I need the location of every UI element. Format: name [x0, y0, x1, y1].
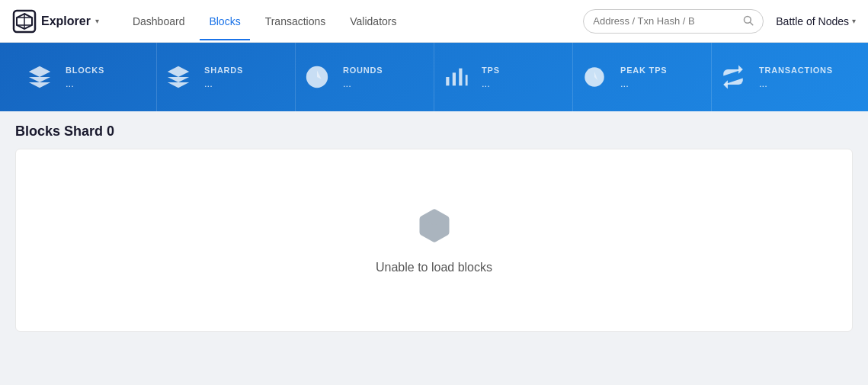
svg-rect-8	[446, 77, 449, 85]
search-bar[interactable]	[583, 9, 764, 34]
stat-rounds-content: ROUNDS ...	[343, 66, 383, 89]
stat-blocks-value: ...	[66, 78, 104, 89]
tps-icon	[440, 62, 471, 92]
stat-blocks-content: BLOCKS ...	[66, 66, 104, 89]
main-nav: Dashboard Blocks Transactions Validators	[123, 9, 583, 34]
stat-transactions-value: ...	[759, 78, 833, 89]
stat-peak-tps-value: ...	[620, 78, 667, 89]
stats-bar: BLOCKS ... SHARDS ... ROUNDS ...	[0, 43, 868, 111]
nav-validators[interactable]: Validators	[341, 9, 405, 34]
header: Explorer ▾ Dashboard Blocks Transactions…	[0, 0, 868, 43]
svg-rect-11	[466, 75, 468, 85]
stat-blocks-label: BLOCKS	[66, 66, 104, 75]
logo-label: Explorer	[41, 14, 91, 28]
empty-text: Unable to load blocks	[376, 261, 492, 274]
nav-transactions[interactable]: Transactions	[256, 9, 335, 34]
stat-peak-tps-label: PEAK TPS	[620, 66, 667, 75]
network-selector[interactable]: Battle of Nodes ▾	[776, 15, 856, 27]
stat-transactions-content: TRANSACTIONS ...	[759, 66, 833, 89]
network-chevron-icon: ▾	[852, 17, 856, 25]
stat-shards-content: SHARDS ...	[204, 66, 243, 89]
section-title: Blocks Shard 0	[15, 124, 853, 140]
stat-rounds-value: ...	[343, 78, 383, 89]
logo-chevron-icon: ▾	[95, 17, 99, 25]
blocks-card: Unable to load blocks	[15, 149, 853, 332]
stat-shards-value: ...	[204, 78, 243, 89]
stat-transactions: TRANSACTIONS ...	[712, 43, 850, 111]
peak-tps-icon	[579, 62, 610, 92]
svg-line-6	[751, 22, 753, 24]
stat-tps-label: TPS	[482, 66, 500, 75]
stat-peak-tps-content: PEAK TPS ...	[620, 66, 667, 89]
stat-tps-content: TPS ...	[482, 66, 500, 89]
stat-shards-label: SHARDS	[204, 66, 243, 75]
svg-rect-9	[453, 72, 456, 85]
stat-rounds: ROUNDS ...	[296, 43, 434, 111]
stat-blocks: BLOCKS ...	[18, 43, 157, 111]
network-label: Battle of Nodes	[776, 15, 849, 27]
empty-blocks-icon	[415, 206, 454, 249]
stat-rounds-label: ROUNDS	[343, 66, 383, 75]
search-input[interactable]	[593, 15, 738, 27]
stat-shards: SHARDS ...	[157, 43, 296, 111]
stat-peak-tps: PEAK TPS ...	[573, 43, 712, 111]
logo[interactable]: Explorer ▾	[12, 9, 99, 34]
stat-tps-value: ...	[482, 78, 500, 89]
nav-dashboard[interactable]: Dashboard	[123, 9, 194, 34]
transactions-icon	[718, 62, 748, 92]
rounds-icon	[302, 62, 332, 92]
search-icon	[742, 14, 754, 28]
stat-transactions-label: TRANSACTIONS	[759, 66, 833, 75]
main-content: Blocks Shard 0 Unable to load blocks	[0, 111, 868, 344]
svg-rect-10	[459, 69, 462, 86]
blocks-icon	[24, 62, 55, 92]
logo-icon	[12, 9, 37, 34]
nav-blocks[interactable]: Blocks	[200, 9, 249, 34]
stat-tps: TPS ...	[434, 43, 573, 111]
shards-icon	[163, 62, 194, 92]
header-right: Battle of Nodes ▾	[583, 9, 856, 34]
